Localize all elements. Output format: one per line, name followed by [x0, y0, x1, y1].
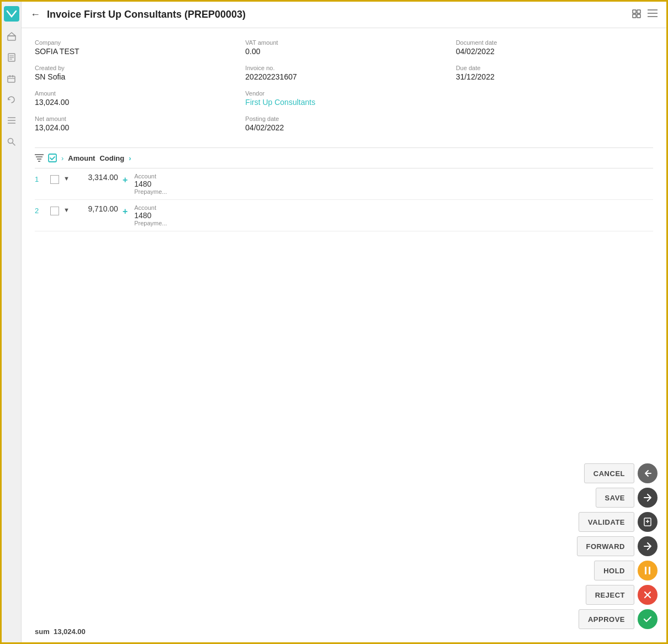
row-1-checkbox[interactable] — [50, 175, 59, 184]
row-2-num: 2 — [35, 207, 46, 215]
hold-row: HOLD — [594, 561, 658, 580]
content-area: Company SOFIA TEST Created by SN Sofia A… — [22, 28, 666, 642]
sum-bar: sum 13,024.00 — [22, 621, 99, 642]
approve-button[interactable]: APPROVE — [579, 609, 634, 629]
vat-amount-value: 0.00 — [245, 47, 442, 56]
sidebar-icon-docs[interactable] — [6, 51, 18, 64]
action-bar: CANCEL SAVE VALIDATE FORWA — [577, 455, 666, 642]
svg-rect-14 — [633, 10, 636, 13]
vendor-value[interactable]: First Up Consultants — [245, 98, 442, 107]
row-2-checkbox[interactable] — [50, 207, 59, 215]
topbar: ← Invoice First Up Consultants (PREP0000… — [22, 2, 666, 28]
info-col-2: VAT amount 0.00 Invoice no. 202202231607… — [245, 39, 442, 132]
reject-button[interactable]: REJECT — [586, 585, 634, 605]
hold-button[interactable]: HOLD — [594, 561, 634, 580]
sidebar-icon-calendar[interactable] — [6, 72, 18, 85]
validate-button[interactable]: VALIDATE — [579, 512, 634, 532]
info-grid: Company SOFIA TEST Created by SN Sofia A… — [35, 39, 653, 132]
net-amount-field: Net amount 13,024.00 — [35, 115, 232, 132]
grid-icon[interactable] — [632, 9, 641, 20]
save-row: SAVE — [596, 488, 658, 508]
menu-icon[interactable] — [648, 9, 658, 20]
created-by-field: Created by SN Sofia — [35, 65, 232, 81]
filter-icon[interactable] — [35, 154, 44, 162]
row-2-account-num: 1480 — [134, 211, 167, 220]
due-date-label: Due date — [456, 65, 653, 71]
document-date-field: Document date 04/02/2022 — [456, 39, 653, 56]
sidebar-icon-home[interactable] — [6, 30, 18, 43]
expand-icon[interactable]: › — [61, 154, 63, 162]
net-amount-value: 13,024.00 — [35, 123, 232, 132]
cancel-button[interactable]: CANCEL — [584, 463, 634, 483]
topbar-icons — [632, 9, 658, 20]
table-toolbar: › Amount Coding › — [35, 148, 653, 168]
row-2-amount: 9,710.00 — [74, 204, 118, 213]
company-value: SOFIA TEST — [35, 47, 232, 56]
save-icon-button[interactable] — [638, 488, 658, 508]
col-chevron-right[interactable]: › — [129, 154, 131, 162]
page-title: Invoice First Up Consultants (PREP00003) — [47, 9, 246, 20]
approve-icon-button[interactable] — [638, 609, 658, 629]
row-2-chevron[interactable]: ▼ — [63, 207, 70, 213]
invoice-no-value: 202202231607 — [245, 72, 442, 81]
sum-value: 13,024.00 — [54, 627, 86, 636]
row-2-account-sub: Prepayme... — [134, 220, 167, 226]
sidebar-icon-bars[interactable] — [6, 114, 18, 126]
col-coding-header: Coding — [99, 154, 124, 162]
svg-rect-30 — [649, 567, 650, 574]
checkbox-checked-icon[interactable] — [48, 154, 57, 162]
row-2-add-button[interactable]: + — [123, 207, 128, 217]
row-1-account: Account 1480 Prepayme... — [134, 173, 167, 195]
company-field: Company SOFIA TEST — [35, 39, 232, 56]
table-row: 2 ▼ 9,710.00 + Account 1480 Prepayme... — [35, 200, 653, 231]
row-2-account: Account 1480 Prepayme... — [134, 204, 167, 226]
vendor-field: Vendor First Up Consultants — [245, 90, 442, 107]
svg-rect-5 — [8, 76, 15, 82]
amount-value: 13,024.00 — [35, 98, 232, 107]
app-logo — [4, 6, 19, 22]
back-button[interactable]: ← — [30, 9, 40, 20]
due-date-field: Due date 31/12/2022 — [456, 65, 653, 81]
created-by-value: SN Sofia — [35, 72, 232, 81]
sidebar-icon-search[interactable] — [6, 135, 18, 147]
validate-row: VALIDATE — [579, 512, 658, 532]
row-1-chevron[interactable]: ▼ — [63, 175, 70, 182]
approve-row: APPROVE — [579, 609, 658, 629]
amount-label: Amount — [35, 90, 232, 97]
info-col-1: Company SOFIA TEST Created by SN Sofia A… — [35, 39, 232, 132]
svg-rect-17 — [637, 14, 640, 18]
posting-date-label: Posting date — [245, 115, 442, 122]
svg-rect-15 — [637, 10, 640, 13]
main-panel: ← Invoice First Up Consultants (PREP0000… — [22, 2, 666, 642]
reject-icon-button[interactable] — [638, 585, 658, 605]
svg-line-13 — [13, 142, 15, 145]
svg-rect-29 — [645, 567, 646, 574]
row-1-add-button[interactable]: + — [123, 175, 128, 185]
forward-button[interactable]: FORWARD — [577, 536, 634, 556]
cancel-row: CANCEL — [584, 463, 658, 483]
sum-label: sum — [35, 627, 50, 636]
row-1-amount: 3,314.00 — [74, 173, 118, 182]
document-date-label: Document date — [456, 39, 653, 46]
vendor-label: Vendor — [245, 90, 442, 97]
svg-rect-0 — [8, 36, 15, 40]
table-section: › Amount Coding › 1 ▼ 3,314.00 + Account — [35, 147, 653, 231]
amount-field: Amount 13,024.00 — [35, 90, 232, 107]
validate-icon-button[interactable] — [638, 512, 658, 532]
save-button[interactable]: SAVE — [596, 488, 634, 508]
reject-row: REJECT — [586, 585, 658, 605]
col-amount-header: Amount — [68, 154, 95, 162]
table-row: 1 ▼ 3,314.00 + Account 1480 Prepayme... — [35, 168, 653, 200]
sidebar — [2, 2, 22, 642]
hold-icon-button[interactable] — [638, 561, 658, 580]
col-headers: Amount Coding › — [68, 154, 131, 162]
forward-icon-button[interactable] — [638, 536, 658, 556]
posting-date-value: 04/02/2022 — [245, 123, 442, 132]
invoice-no-label: Invoice no. — [245, 65, 442, 71]
cancel-icon-button[interactable] — [638, 463, 658, 483]
sidebar-icon-refresh[interactable] — [6, 93, 18, 105]
created-by-label: Created by — [35, 65, 232, 71]
row-1-account-num: 1480 — [134, 180, 167, 188]
row-1-num: 1 — [35, 175, 46, 183]
svg-rect-25 — [49, 154, 56, 162]
